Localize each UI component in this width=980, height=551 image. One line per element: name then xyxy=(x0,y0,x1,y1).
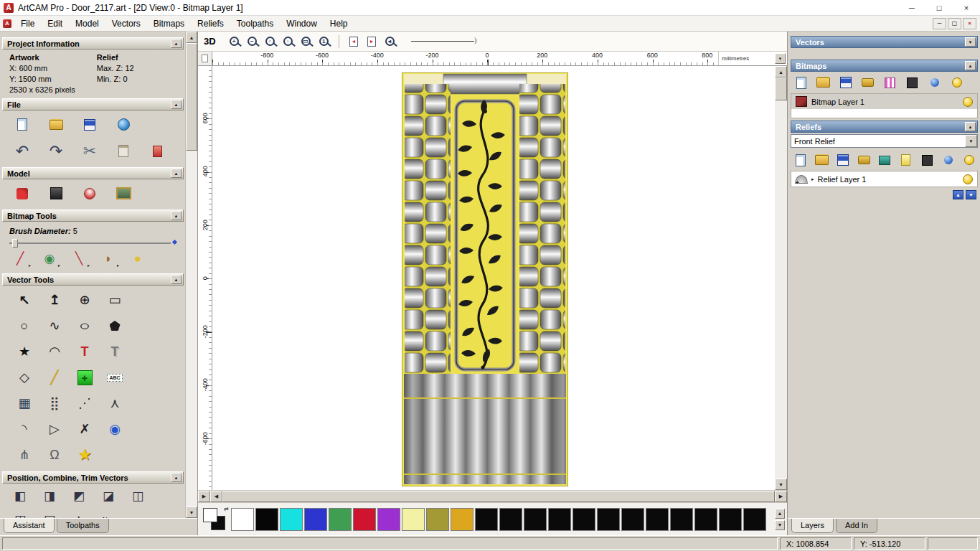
wizard-tool[interactable]: ★ xyxy=(70,442,100,468)
tab-toolpaths[interactable]: Toolpaths xyxy=(57,519,109,533)
align-bottom-tool[interactable]: ◪ xyxy=(96,486,121,507)
palette-scroll-down-icon[interactable]: ▼ xyxy=(775,520,785,530)
palette-swatch[interactable] xyxy=(694,508,717,531)
bitmap-layer-name[interactable]: Bitmap Layer 1 xyxy=(811,98,864,106)
fit-curve-tool[interactable]: ⋏ xyxy=(100,390,130,416)
slider-thumb[interactable] xyxy=(12,239,18,248)
align-top-tool[interactable]: ◩ xyxy=(67,486,91,507)
undo-icon[interactable]: ↶ xyxy=(8,139,37,163)
menu-file[interactable]: File xyxy=(14,17,41,31)
minimize-button[interactable]: ─ xyxy=(898,0,925,15)
node-editing-tool[interactable]: ↥ xyxy=(39,287,70,313)
new-model-icon[interactable] xyxy=(8,113,37,136)
fillet-tool[interactable]: ◝ xyxy=(9,416,39,442)
3d-view-button[interactable]: 3D xyxy=(204,36,216,47)
align-centre-tool[interactable]: ◫ xyxy=(126,486,150,507)
palette-swatch[interactable] xyxy=(743,508,766,531)
select-vectors-tool[interactable]: ↖ xyxy=(9,287,39,313)
swatch-green[interactable] xyxy=(329,508,352,531)
scroll-up-icon[interactable]: ▲ xyxy=(775,66,787,77)
zoom-object-tool[interactable]: ◦ xyxy=(279,33,297,50)
swatch-red[interactable] xyxy=(353,508,376,531)
dropdown-arrow-icon[interactable]: ▼ xyxy=(965,135,977,147)
mdi-close-button[interactable]: × xyxy=(963,18,976,29)
offset-vectors-tool[interactable]: ◇ xyxy=(9,364,39,390)
cut-icon[interactable]: ✂ xyxy=(75,139,104,163)
scroll-down-icon[interactable]: ▼ xyxy=(186,507,197,518)
canvas-vertical-scrollbar[interactable]: ▲ ▼ xyxy=(775,66,787,490)
assistant-scrollbar[interactable]: ▲ ▼ xyxy=(185,32,197,518)
scroll-thumb[interactable] xyxy=(222,491,775,502)
paste-grid-tool[interactable]: ▦ xyxy=(9,390,39,416)
primary-secondary-colour-indicator[interactable]: ⇄ xyxy=(202,506,230,533)
palette-swatch[interactable] xyxy=(646,508,669,531)
model-canvas[interactable] xyxy=(212,66,775,490)
matrix-icon[interactable] xyxy=(920,153,934,167)
cookie-cutter-tool[interactable]: ◗ xyxy=(96,248,121,269)
swap-colours-icon[interactable]: ⇄ xyxy=(224,506,229,512)
collapse-icon[interactable]: ▲ xyxy=(965,61,976,70)
zoom-previous-tool[interactable]: ◂ xyxy=(381,33,399,50)
mdi-restore-button[interactable]: ▢ xyxy=(948,18,961,29)
scroll-up-icon[interactable]: ▲ xyxy=(186,32,197,43)
toggle-visibility-icon[interactable] xyxy=(949,75,964,90)
paste-vector-tool[interactable] xyxy=(70,364,100,390)
create-polyline-tool[interactable]: ∿ xyxy=(39,313,70,339)
menu-bitmaps[interactable]: Bitmaps xyxy=(147,17,191,31)
draw-tool[interactable]: ╱ xyxy=(8,248,32,269)
stack-icon[interactable] xyxy=(857,153,870,167)
palette-swatch[interactable] xyxy=(475,508,498,531)
swatch-black[interactable] xyxy=(255,508,278,531)
save-model-icon[interactable] xyxy=(75,113,104,136)
swatch-purple[interactable] xyxy=(377,508,400,531)
collapse-icon[interactable]: ▲ xyxy=(171,39,182,48)
collapse-icon[interactable]: ▲ xyxy=(171,275,182,284)
expand-icon[interactable]: ▼ xyxy=(965,37,976,47)
swatch-blue[interactable] xyxy=(304,508,327,531)
save-bitmap-icon[interactable] xyxy=(838,75,853,90)
align-right-tool[interactable]: ◨ xyxy=(37,486,62,507)
next-bitmap-button[interactable]: ▸ xyxy=(363,33,381,50)
text-on-curve-tool[interactable]: ABC xyxy=(100,364,130,390)
collapse-icon[interactable]: ▲ xyxy=(171,473,182,482)
zoom-out-tool[interactable]: − xyxy=(243,33,261,50)
tab-layers[interactable]: Layers xyxy=(791,519,834,533)
swatch-white[interactable] xyxy=(231,508,254,531)
menu-toolpaths[interactable]: Toolpaths xyxy=(230,17,280,31)
arrow-tool[interactable]: ▷ xyxy=(39,416,70,442)
maximize-button[interactable]: □ xyxy=(925,0,953,15)
mdi-minimize-button[interactable]: ─ xyxy=(933,18,946,29)
create-rectangle-tool[interactable]: ▭ xyxy=(100,287,130,313)
create-polygon-tool[interactable] xyxy=(100,313,130,339)
palette-swatch[interactable] xyxy=(524,508,547,531)
nesting-tool-label[interactable]: Nes xyxy=(96,509,121,518)
flood-fill-tool[interactable]: ● xyxy=(126,248,150,269)
bitmap-layer-row[interactable]: Bitmap Layer 1 xyxy=(791,94,977,109)
wrap-text-tool[interactable]: T xyxy=(100,339,130,364)
menu-help[interactable]: Help xyxy=(324,17,354,31)
tab-add-in[interactable]: Add In xyxy=(836,519,877,533)
trim-vectors-tool[interactable]: ✗ xyxy=(70,416,100,442)
scroll-down-icon[interactable]: ▼ xyxy=(775,479,787,490)
palette-swatch[interactable] xyxy=(573,508,595,531)
lighting-icon[interactable] xyxy=(75,182,104,205)
menu-vectors[interactable]: Vectors xyxy=(105,17,147,31)
relief-layer-row[interactable]: ▸ Relief Layer 1 xyxy=(791,171,977,187)
brush-diameter-slider[interactable] xyxy=(9,242,171,244)
create-ellipse-tool[interactable]: ○ xyxy=(70,313,100,339)
collapse-icon[interactable]: ▲ xyxy=(171,100,182,109)
create-star-tool[interactable]: ★ xyxy=(9,339,39,364)
relief-preview-icon[interactable] xyxy=(42,182,70,205)
menu-model[interactable]: Model xyxy=(69,17,105,31)
menu-reliefs[interactable]: Reliefs xyxy=(191,17,230,31)
scroll-thumb[interactable] xyxy=(775,77,787,100)
artcam-model-icon[interactable] xyxy=(8,182,37,205)
zoom-in-tool[interactable]: + xyxy=(225,33,243,50)
block-copy-tool[interactable]: ⣿ xyxy=(39,390,70,416)
erase-tool[interactable]: ╲ xyxy=(67,248,91,269)
open-model-icon[interactable] xyxy=(42,113,70,136)
transform-vectors-tool[interactable]: ⊕ xyxy=(70,287,100,313)
primary-colour[interactable] xyxy=(203,508,217,522)
paint-tool[interactable]: ◉ xyxy=(37,248,62,269)
align-left-tool[interactable]: ◧ xyxy=(8,486,32,507)
